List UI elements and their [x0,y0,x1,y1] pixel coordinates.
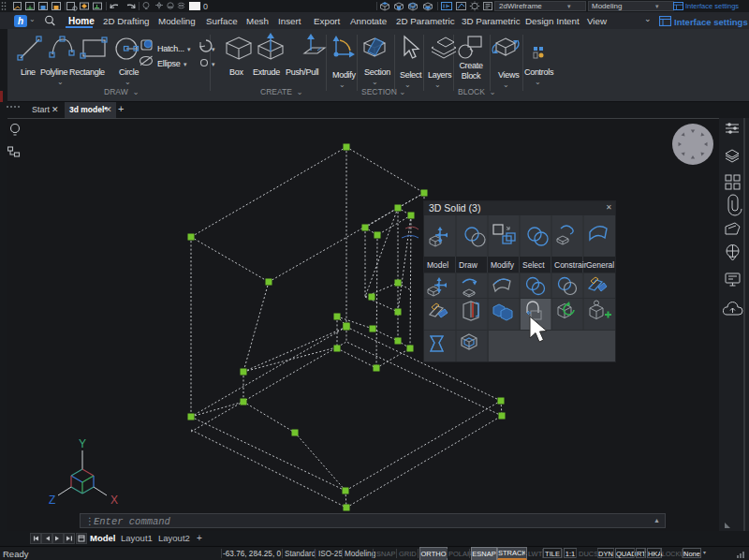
svg-text:General: General [586,260,614,270]
svg-text:Model: Model [427,260,448,270]
svg-text:Constrair: Constrair [554,260,587,270]
svg-text:Select: Select [522,260,545,270]
svg-text:Modify: Modify [491,260,515,270]
svg-text:X: X [110,494,118,507]
svg-text:0: 0 [203,2,208,11]
svg-text:Draw: Draw [459,260,478,270]
svg-text:Z: Z [49,494,55,507]
svg-text:Y: Y [79,437,86,450]
